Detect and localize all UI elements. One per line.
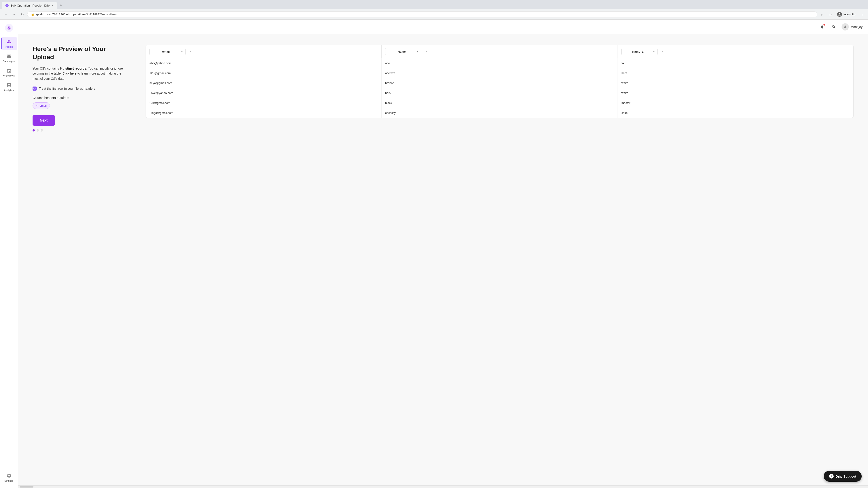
- col-header-name: Name ▾ ×: [381, 45, 618, 58]
- menu-btn[interactable]: ⋮: [859, 11, 865, 18]
- cell-name1-0: tour: [618, 58, 853, 68]
- table-row: 123@gmail.com acerrrrr here: [146, 68, 853, 78]
- learn-more-link[interactable]: Click here: [62, 72, 76, 75]
- sidebar-label-settings: Settings: [4, 480, 13, 482]
- table-row: Love@yahoo.com heis white: [146, 88, 853, 98]
- table-body: abc@yahoo.com ace tour 123@gmail.com ace…: [146, 58, 853, 118]
- cell-name1-1: here: [618, 68, 853, 78]
- cell-name1-5: cake: [618, 108, 853, 118]
- col-email-inner: email ▾ ×: [149, 48, 378, 55]
- sidebar-item-settings[interactable]: Settings: [1, 471, 17, 484]
- url-text: getdrip.com/7641396/bulk_operations/3481…: [36, 13, 117, 16]
- col-email-close[interactable]: ×: [188, 50, 193, 54]
- active-tab[interactable]: ● Bulk Operation - People - Drip ×: [2, 2, 57, 9]
- incognito-btn[interactable]: Incognito: [835, 11, 857, 18]
- col-name-selector[interactable]: Name ▾: [385, 48, 421, 55]
- cell-email-2: heya@gmail.com: [146, 78, 381, 88]
- col-name1-label: Name_1: [624, 50, 651, 53]
- left-panel: Here's a Preview of Your Upload Your CSV…: [33, 45, 127, 131]
- progress-dots: [33, 129, 127, 131]
- cell-name-1: acerrrrr: [381, 68, 618, 78]
- svg-point-1: [8, 27, 8, 28]
- tab-bar: ● Bulk Operation - People - Drip × +: [0, 0, 868, 9]
- main-content: Here's a Preview of Your Upload Your CSV…: [18, 34, 868, 485]
- sidebar-item-analytics[interactable]: Analytics: [1, 80, 17, 94]
- sidebar-item-workflows[interactable]: Workflows: [1, 66, 17, 79]
- col-name1-close[interactable]: ×: [660, 50, 665, 54]
- campaigns-icon: [6, 54, 12, 59]
- user-info[interactable]: Moodjoy: [842, 23, 863, 31]
- cell-email-3: Love@yahoo.com: [146, 88, 381, 98]
- sidebar-label-analytics: Analytics: [4, 89, 14, 92]
- support-label: Drip Support: [835, 475, 856, 478]
- email-tag-label: email: [39, 104, 46, 107]
- col-name1-arrow: ▾: [653, 50, 655, 53]
- email-tag: ✓ email: [33, 102, 50, 109]
- user-avatar: [842, 23, 849, 31]
- next-button[interactable]: Next: [33, 115, 55, 126]
- sidebar-label-people: People: [5, 45, 13, 48]
- table-row: heya@gmail.com branon white: [146, 78, 853, 88]
- table-header-row: email ▾ × Name ▾: [146, 45, 853, 58]
- new-tab-btn[interactable]: +: [58, 2, 64, 9]
- reload-btn[interactable]: ↻: [19, 11, 25, 18]
- col-header-email: email ▾ ×: [146, 45, 381, 58]
- col-name1-inner: Name_1 ▾ ×: [621, 48, 850, 55]
- notification-btn[interactable]: [818, 23, 826, 31]
- user-name: Moodjoy: [850, 25, 863, 29]
- sidebar-item-wrapper-people: People: [1, 37, 17, 51]
- tab-title: Bulk Operation - People - Drip: [10, 4, 50, 7]
- progress-dot-2: [37, 129, 39, 131]
- col-name1-selector[interactable]: Name_1 ▾: [621, 48, 657, 55]
- app-layout: People Campaigns Workflows: [0, 20, 868, 488]
- main-wrapper: Moodjoy Here's a Preview of Your Upload …: [18, 20, 868, 488]
- sidebar-label-campaigns: Campaigns: [3, 60, 16, 63]
- svg-point-3: [9, 26, 9, 27]
- top-header: Moodjoy: [18, 20, 868, 34]
- col-email-arrow: ▾: [181, 50, 183, 53]
- analytics-icon: [6, 83, 12, 88]
- cell-email-0: abc@yahoo.com: [146, 58, 381, 68]
- search-btn[interactable]: [830, 23, 838, 31]
- sidebar: People Campaigns Workflows: [0, 20, 18, 488]
- incognito-avatar: [837, 12, 842, 17]
- headers-checkbox[interactable]: [33, 87, 37, 91]
- col-name-close[interactable]: ×: [424, 50, 429, 54]
- progress-dot-3: [41, 129, 43, 131]
- tab-close-btn[interactable]: ×: [51, 4, 53, 7]
- forward-btn[interactable]: →: [11, 11, 17, 18]
- cell-email-5: Bingo@gmail.com: [146, 108, 381, 118]
- cast-btn[interactable]: ▭: [827, 11, 833, 18]
- back-btn[interactable]: ←: [3, 11, 9, 18]
- table-row: Bingo@gmail.com chesssy cake: [146, 108, 853, 118]
- col-email-selector[interactable]: email ▾: [149, 48, 186, 55]
- col-name-inner: Name ▾ ×: [385, 48, 614, 55]
- scrollbar-thumb[interactable]: [20, 486, 33, 488]
- checkbox-row: Treat the first row in your file as head…: [33, 87, 127, 91]
- bookmark-btn[interactable]: ☆: [819, 11, 825, 18]
- cell-email-1: 123@gmail.com: [146, 68, 381, 78]
- table-row: abc@yahoo.com ace tour: [146, 58, 853, 68]
- drip-logo[interactable]: [4, 23, 13, 32]
- description-end: to learn more about making the most of y…: [33, 72, 121, 80]
- description: Your CSV contains 6 distinct records. Yo…: [33, 66, 127, 81]
- support-icon: ?: [829, 474, 834, 479]
- table-row: Girl@gmail.com black master: [146, 98, 853, 108]
- cell-name1-3: white: [618, 88, 853, 98]
- column-headers-title: Column headers required:: [33, 96, 127, 100]
- horizontal-scrollbar[interactable]: [18, 485, 868, 488]
- cell-name-4: black: [381, 98, 618, 108]
- preview-table-wrapper: email ▾ × Name ▾: [146, 45, 854, 118]
- support-button[interactable]: ? Drip Support: [824, 471, 862, 482]
- browser-chrome: ● Bulk Operation - People - Drip × + ← →…: [0, 0, 868, 20]
- cell-name-3: heis: [381, 88, 618, 98]
- incognito-label: Incognito: [843, 13, 855, 16]
- sidebar-item-campaigns[interactable]: Campaigns: [1, 51, 17, 65]
- address-bar[interactable]: 🔒 getdrip.com/7641396/bulk_operations/34…: [27, 11, 817, 18]
- nav-actions: ☆ ▭ Incognito ⋮: [819, 11, 865, 18]
- sidebar-item-people[interactable]: People: [1, 37, 17, 51]
- cell-name-5: chesssy: [381, 108, 618, 118]
- tag-check-icon: ✓: [36, 104, 38, 107]
- cell-name-2: branon: [381, 78, 618, 88]
- progress-dot-1: [33, 129, 35, 131]
